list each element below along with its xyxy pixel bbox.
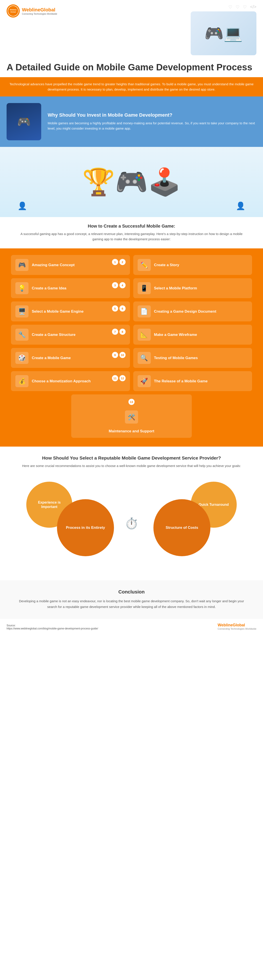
step-nums-9: 9 10 bbox=[112, 352, 125, 358]
step-icon-11: 💰 bbox=[15, 375, 29, 387]
step-label-6: Creating a Game Design Document bbox=[154, 309, 248, 314]
step-label-7: Create a Game Structure bbox=[32, 332, 109, 337]
provider-title: How Should You Select a Reputable Mobile… bbox=[13, 455, 250, 461]
page-title: A Detailed Guide on Mobile Game Developm… bbox=[6, 62, 257, 73]
svg-text:Webline: Webline bbox=[10, 9, 17, 11]
step-card-13: 13 🛠️ Maintenance and Support bbox=[71, 395, 192, 438]
step-icon-3: 💡 bbox=[15, 282, 29, 294]
step-card-4: 📱 Select a Mobile Platform bbox=[133, 278, 252, 298]
intro-text: Technological advances have propelled th… bbox=[6, 81, 257, 92]
step-card-1: 🎮 Amazing Game Concept 1 2 bbox=[11, 255, 130, 275]
step-num-11b: 12 bbox=[119, 375, 125, 381]
heart-icon-3: ♡ bbox=[243, 5, 247, 10]
how-body: A successful gaming app has a good conce… bbox=[17, 231, 246, 242]
step-card-7: 🔧 Create a Game Structure 7 8 bbox=[11, 325, 130, 345]
person-icon-right: 👤 bbox=[236, 202, 246, 210]
step-label-9: Create a Mobile Game bbox=[32, 356, 109, 360]
provider-body: Here are some crucial recommendations to… bbox=[13, 463, 250, 469]
step-nums-5: 5 6 bbox=[112, 305, 125, 312]
step-card-6: 📄 Creating a Game Design Document bbox=[133, 301, 252, 321]
how-section: How to Create a Successful Mobile Game: … bbox=[0, 217, 263, 248]
step-num-1b: 2 bbox=[119, 259, 125, 265]
bubble-structure: Structure of Costs bbox=[154, 499, 211, 556]
process-label: Process in its Entirety bbox=[66, 525, 105, 530]
step-label-1: Amazing Game Concept bbox=[32, 263, 109, 267]
trophy-icon: 🏆🎮🕹️ bbox=[82, 167, 181, 197]
step-icon-7: 🔧 bbox=[15, 329, 29, 341]
step-icon-6: 📄 bbox=[138, 305, 151, 317]
header-decoration-icons: ♡ ♡ ♡ </> bbox=[228, 5, 257, 10]
step-num-1a: 1 bbox=[112, 259, 118, 265]
step-label-10: Testing of Mobile Games bbox=[154, 356, 248, 360]
invest-section: 🎮 Why Should You Invest in Mobile Game D… bbox=[0, 97, 263, 147]
person-icon-left: 👤 bbox=[17, 202, 27, 210]
step-num-3a: 3 bbox=[112, 282, 118, 288]
step-nums-11: 11 12 bbox=[112, 375, 125, 381]
step-card-2: ✏️ Create a Story bbox=[133, 255, 252, 275]
step-label-4: Select a Mobile Platform bbox=[154, 286, 248, 291]
step-label-13: Maintenance and Support bbox=[109, 429, 154, 433]
source-label: Source: bbox=[6, 624, 98, 627]
bubble-process: Process in its Entirety bbox=[57, 499, 114, 556]
conclusion-title: Conclusion bbox=[17, 589, 246, 595]
step-card-12: 🚀 The Release of a Mobile Game bbox=[133, 371, 252, 391]
step-label-2: Create a Story bbox=[154, 263, 248, 267]
step-num-5a: 5 bbox=[112, 305, 118, 312]
step-label-8: Make a Game Wireframe bbox=[154, 332, 248, 337]
heart-icon: ♡ bbox=[228, 5, 232, 10]
step-icon-10: 🔍 bbox=[138, 352, 151, 364]
step-icon-5: 🖥️ bbox=[15, 305, 29, 317]
trophy-section: 🏆🎮🕹️ 👤 👤 bbox=[0, 147, 263, 217]
logo-subtitle: Connecting Technologies Worldwide bbox=[22, 13, 57, 15]
invest-title: Why Should You Invest in Mobile Game Dev… bbox=[48, 112, 257, 118]
source-url: https://www.weblineglobal.com/blog/mobil… bbox=[6, 627, 98, 630]
step-card-9: 🎲 Create a Mobile Game 9 10 bbox=[11, 348, 130, 368]
main-title-area: A Detailed Guide on Mobile Game Developm… bbox=[0, 57, 263, 77]
step-num-7a: 7 bbox=[112, 329, 118, 335]
code-icon: </> bbox=[250, 5, 257, 10]
footer: Source: https://www.weblineglobal.com/bl… bbox=[0, 618, 263, 635]
step-icon-12: 🚀 bbox=[138, 375, 151, 387]
step-nums-3: 3 4 bbox=[112, 282, 125, 288]
how-title: How to Create a Successful Mobile Game: bbox=[17, 224, 246, 229]
steps-grid: 🎮 Amazing Game Concept 1 2 ✏️ Create a S… bbox=[11, 255, 252, 438]
footer-logo: WeblineGlobal Connecting Technologies Wo… bbox=[218, 623, 257, 630]
step-icon-8: 📐 bbox=[138, 329, 151, 341]
step-card-10: 🔍 Testing of Mobile Games bbox=[133, 348, 252, 368]
conclusion-body: Developing a mobile game is not an easy … bbox=[17, 598, 246, 609]
step-icon-13: 🛠️ bbox=[125, 410, 138, 423]
header-right: ♡ ♡ ♡ </> 🎮💻 bbox=[191, 5, 257, 55]
step-card-11: 💰 Choose a Monetization Approach 11 12 bbox=[11, 371, 130, 391]
footer-source-area: Source: https://www.weblineglobal.com/bl… bbox=[6, 624, 98, 630]
step-num-11a: 11 bbox=[112, 375, 118, 381]
step-card-8: 📐 Make a Game Wireframe bbox=[133, 325, 252, 345]
step-label-12: The Release of a Mobile Game bbox=[154, 379, 248, 383]
step-nums-1: 1 2 bbox=[112, 259, 125, 265]
footer-logo-sub: Connecting Technologies Worldwide bbox=[218, 627, 257, 630]
venn-diagram: Experience is Important Process in its E… bbox=[13, 477, 250, 570]
svg-text:Global: Global bbox=[11, 11, 16, 13]
hero-illustration: 🎮💻 bbox=[191, 11, 257, 55]
quick-label: Quick Turnaround bbox=[198, 503, 228, 507]
step-num-13: 13 bbox=[128, 399, 135, 405]
intro-banner: Technological advances have propelled th… bbox=[0, 77, 263, 97]
step-card-3: 💡 Create a Game Idea 3 4 bbox=[11, 278, 130, 298]
step-icon-9: 🎲 bbox=[15, 352, 29, 364]
venn-center-decoration: ⏱️ bbox=[125, 517, 138, 530]
invest-illustration: 🎮 bbox=[6, 103, 41, 140]
step-icon-2: ✏️ bbox=[138, 259, 151, 271]
invest-body: Mobile games are becoming a highly profi… bbox=[48, 121, 257, 131]
conclusion-section: Conclusion Developing a mobile game is n… bbox=[0, 580, 263, 618]
step-num-7b: 8 bbox=[119, 329, 125, 335]
header: Webline Global WeblineGlobal Connecting … bbox=[0, 0, 263, 57]
step-center-wrapper: 13 🛠️ Maintenance and Support bbox=[11, 395, 252, 438]
structure-label: Structure of Costs bbox=[166, 525, 198, 530]
logo-name: WeblineGlobal bbox=[22, 7, 57, 13]
step-num-5b: 6 bbox=[119, 305, 125, 312]
experience-label: Experience is Important bbox=[31, 500, 68, 509]
step-label-11: Choose a Monetization Approach bbox=[32, 379, 109, 383]
step-num-9a: 9 bbox=[112, 352, 118, 358]
step-num-3b: 4 bbox=[119, 282, 125, 288]
step-nums-7: 7 8 bbox=[112, 329, 125, 335]
step-label-3: Create a Game Idea bbox=[32, 286, 109, 291]
